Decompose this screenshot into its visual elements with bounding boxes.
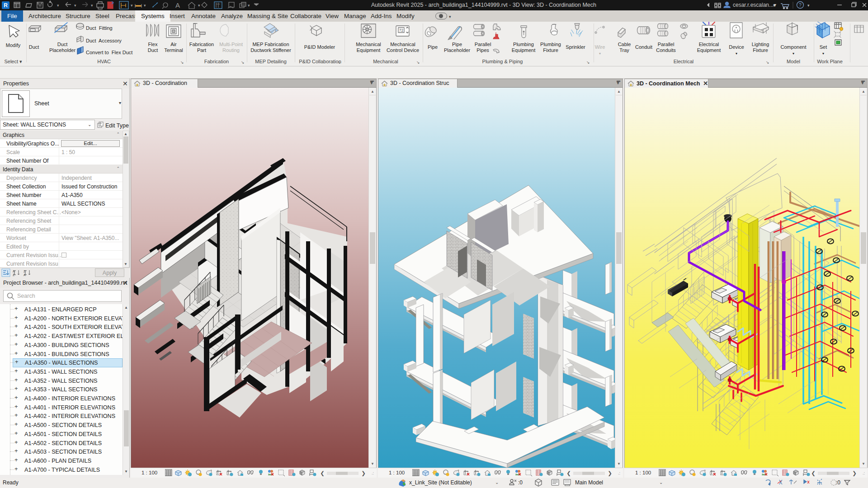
svg-text:R: R (4, 2, 8, 9)
svg-text:A: A (13, 270, 15, 273)
svg-text:▾: ▾ (57, 3, 59, 8)
svg-text:▾: ▾ (91, 3, 93, 8)
svg-text:A: A (24, 273, 26, 277)
svg-text:72: 72 (399, 28, 404, 33)
svg-text:▾: ▾ (74, 3, 76, 8)
svg-text:Z: Z (24, 270, 26, 273)
svg-text:Z: Z (13, 273, 15, 277)
